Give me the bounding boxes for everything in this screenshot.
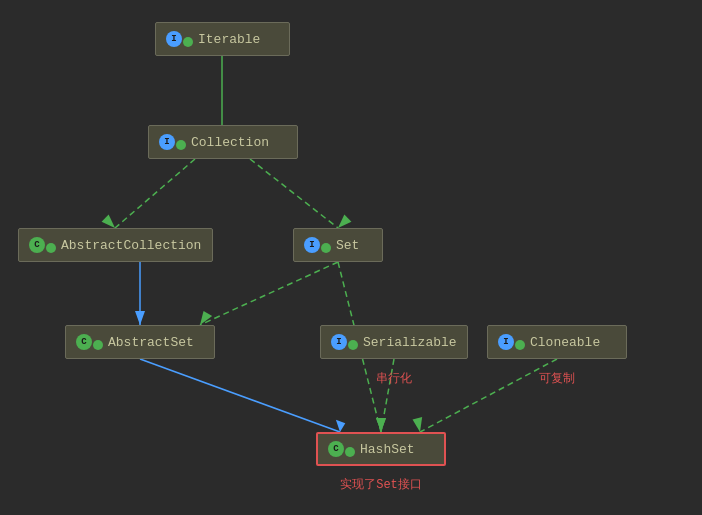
interface-icon-collection: I bbox=[159, 134, 175, 150]
label-collection: Collection bbox=[191, 135, 269, 150]
svg-line-8 bbox=[200, 262, 338, 325]
node-collection[interactable]: I Collection bbox=[148, 125, 298, 159]
badge-abstractcollection bbox=[46, 243, 56, 253]
svg-marker-13 bbox=[332, 420, 345, 433]
node-abstractset[interactable]: C AbstractSet bbox=[65, 325, 215, 359]
badge-cloneable bbox=[515, 340, 525, 350]
svg-marker-17 bbox=[413, 417, 426, 433]
label-abstractset: AbstractSet bbox=[108, 335, 194, 350]
node-cloneable[interactable]: I Cloneable bbox=[487, 325, 627, 359]
badge-collection bbox=[176, 140, 186, 150]
label-serializable: Serializable bbox=[363, 335, 457, 350]
class-icon-hashset: C bbox=[328, 441, 344, 457]
svg-marker-7 bbox=[135, 311, 145, 325]
label-iterable: Iterable bbox=[198, 32, 260, 47]
svg-marker-11 bbox=[376, 418, 386, 432]
node-iterable[interactable]: I Iterable bbox=[155, 22, 290, 56]
node-abstractcollection[interactable]: C AbstractCollection bbox=[18, 228, 213, 262]
badge-set bbox=[321, 243, 331, 253]
label-cloneable: Cloneable bbox=[530, 335, 600, 350]
interface-icon-serializable: I bbox=[331, 334, 347, 350]
subtitle-cloneable: 可复制 bbox=[487, 370, 627, 387]
diagram-container: I Iterable I Collection C AbstractCollec… bbox=[0, 0, 702, 515]
svg-line-2 bbox=[115, 159, 195, 228]
subtitle-serializable: 串行化 bbox=[320, 370, 468, 387]
badge-serializable bbox=[348, 340, 358, 350]
interface-icon-cloneable: I bbox=[498, 334, 514, 350]
label-set: Set bbox=[336, 238, 359, 253]
badge-iterable bbox=[183, 37, 193, 47]
interface-icon-iterable: I bbox=[166, 31, 182, 47]
class-icon-abstractcollection: C bbox=[29, 237, 45, 253]
svg-marker-15 bbox=[376, 418, 386, 432]
svg-line-12 bbox=[140, 359, 340, 432]
node-serializable[interactable]: I Serializable bbox=[320, 325, 468, 359]
node-hashset[interactable]: C HashSet bbox=[316, 432, 446, 466]
label-hashset: HashSet bbox=[360, 442, 415, 457]
node-set[interactable]: I Set bbox=[293, 228, 383, 262]
class-icon-abstractset: C bbox=[76, 334, 92, 350]
label-abstractcollection: AbstractCollection bbox=[61, 238, 201, 253]
badge-abstractset bbox=[93, 340, 103, 350]
svg-line-4 bbox=[250, 159, 338, 228]
subtitle-hashset: 实现了Set接口 bbox=[300, 476, 462, 493]
badge-hashset bbox=[345, 447, 355, 457]
interface-icon-set: I bbox=[304, 237, 320, 253]
